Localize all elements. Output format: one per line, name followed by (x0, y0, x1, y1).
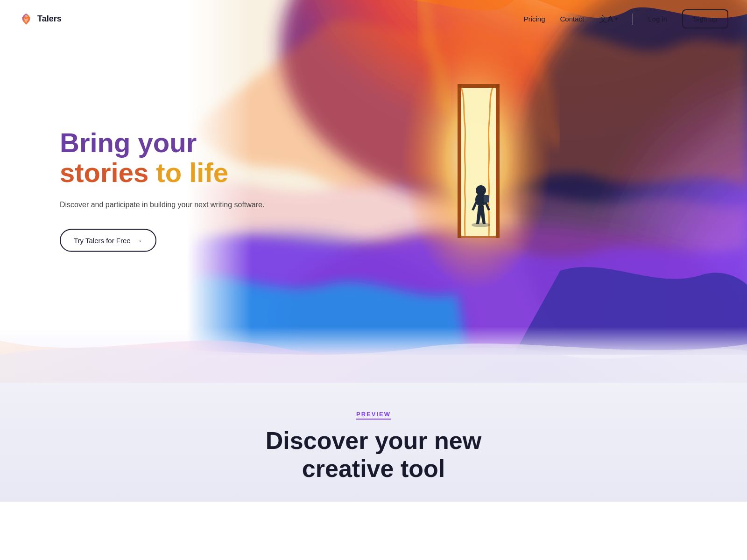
nav-divider (633, 14, 633, 25)
logo-label: Talers (37, 14, 62, 24)
logo-icon (19, 12, 34, 27)
logo[interactable]: Talers (19, 12, 62, 27)
hero-illustration (187, 0, 747, 355)
nav-links: Pricing Contact 文A ▾ Log in Sign up (524, 9, 728, 28)
login-button[interactable]: Log in (648, 15, 667, 23)
hero-to-life-text: to life (148, 157, 228, 187)
hero-title-line1: Bring your (60, 127, 197, 158)
chevron-down-icon: ▾ (615, 16, 618, 22)
svg-rect-9 (496, 84, 500, 238)
preview-title-line2: creative tool (302, 455, 445, 482)
hero-subtitle: Discover and participate in building you… (60, 198, 264, 210)
wave-transition (0, 327, 747, 383)
hero-title: Bring your stories to life (60, 128, 264, 188)
preview-title: Discover your new creative tool (19, 427, 728, 483)
language-selector[interactable]: 文A ▾ (599, 14, 618, 25)
hero-stories-text: stories (60, 157, 148, 187)
signup-button[interactable]: Sign up (682, 9, 728, 28)
hero-title-line2: stories to life (60, 157, 264, 187)
svg-point-12 (476, 185, 486, 196)
cta-button[interactable]: Try Talers for Free → (60, 229, 156, 252)
nav-contact[interactable]: Contact (560, 15, 585, 23)
hero-content: Bring your stories to life Discover and … (60, 128, 264, 252)
cta-arrow-icon: → (135, 237, 142, 245)
hero-visual (187, 0, 747, 355)
svg-rect-10 (458, 84, 500, 88)
transition-area (0, 327, 747, 383)
preview-section: PREVIEW Discover your new creative tool (0, 383, 747, 502)
svg-rect-13 (484, 195, 489, 203)
nav-pricing[interactable]: Pricing (524, 15, 545, 23)
navbar: Talers Pricing Contact 文A ▾ Log in Sign … (0, 0, 747, 38)
svg-rect-8 (458, 84, 461, 238)
svg-point-14 (472, 223, 490, 227)
preview-label: PREVIEW (19, 411, 728, 420)
cta-label: Try Talers for Free (74, 237, 131, 245)
hero-section: Bring your stories to life Discover and … (0, 0, 747, 355)
preview-title-line1: Discover your new (266, 427, 481, 454)
language-icon: 文A (599, 14, 613, 25)
preview-label-text: PREVIEW (356, 411, 391, 420)
